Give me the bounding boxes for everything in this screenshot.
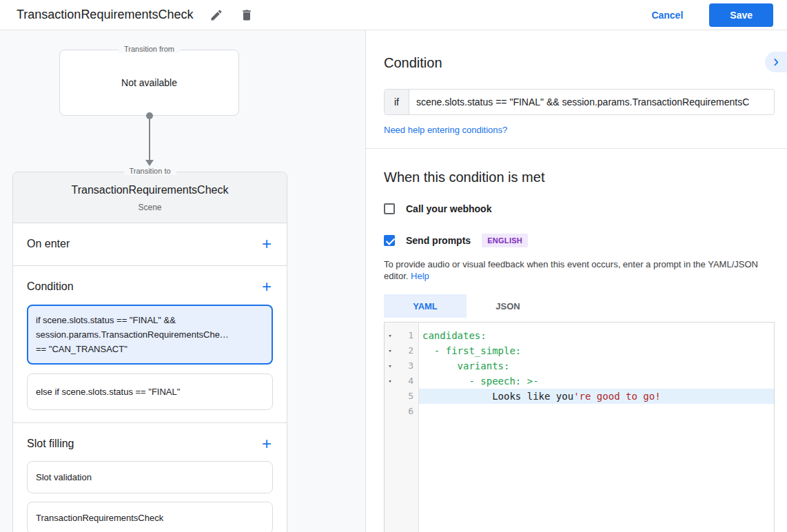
webhook-row: Call your webhook — [384, 203, 775, 214]
add-on-enter-button[interactable]: + — [260, 237, 273, 251]
editor-code-area[interactable]: candidates: - first_simple: variants: - … — [419, 323, 774, 532]
transition-from-value: Not available — [121, 77, 177, 88]
line-number: 1 — [396, 328, 418, 343]
scene-graph-panel: Transition from Not available Transition… — [0, 30, 366, 532]
fold-arrow-icon[interactable]: ▾ — [385, 374, 396, 389]
condition-card-list: if scene.slots.status == "FINAL" &&sessi… — [27, 305, 273, 410]
tab-yaml[interactable]: YAML — [384, 294, 467, 318]
code-line[interactable]: candidates: — [419, 328, 774, 343]
add-condition-button[interactable]: + — [260, 280, 273, 294]
line-number: 3 — [396, 358, 418, 374]
scene-card-subtitle: Scene — [20, 203, 280, 212]
condition-detail-panel: Condition › if scene.slots.status == "FI… — [366, 30, 787, 532]
transition-to-card: Transition to TransactionRequirementsChe… — [12, 172, 287, 532]
section-divider — [366, 148, 786, 149]
code-line[interactable]: - speech: >- — [419, 374, 774, 389]
condition-card[interactable]: if scene.slots.status == "FINAL" &&sessi… — [27, 305, 273, 365]
fold-arrow-icon[interactable]: ▾ — [385, 358, 396, 374]
prompt-note-text: To provide audio or visual feedback when… — [384, 259, 758, 281]
transition-from-box: Transition from Not available — [59, 50, 239, 116]
send-prompts-checkbox[interactable] — [384, 235, 395, 246]
main-split: Transition from Not available Transition… — [0, 30, 787, 532]
code-line[interactable]: Looks like you're good to go! — [419, 389, 774, 404]
condition-heading: Condition — [384, 55, 775, 71]
webhook-label: Call your webhook — [406, 203, 491, 214]
page-title: TransactionRequirementsCheck — [17, 8, 193, 22]
add-slot-button[interactable]: + — [260, 437, 273, 451]
language-badge: ENGLISH — [482, 234, 528, 247]
scene-card-header: TransactionRequirementsCheck Scene — [13, 172, 287, 223]
editor-tabs: YAMLJSON — [384, 294, 775, 318]
prompt-note: To provide audio or visual feedback when… — [384, 258, 775, 282]
top-bar: TransactionRequirementsCheck Cancel Save — [0, 0, 787, 30]
scene-editor-screen: TransactionRequirementsCheck Cancel Save… — [0, 0, 787, 532]
trash-icon[interactable] — [240, 8, 254, 22]
yaml-editor: ▾1▾2▾3▾456 candidates: - first_simple: v… — [384, 322, 775, 532]
chevron-right-icon: › — [773, 53, 779, 70]
line-number: 2 — [396, 343, 418, 358]
when-met-heading: When this condition is met — [384, 170, 775, 185]
pencil-icon[interactable] — [209, 8, 223, 22]
fold-arrow-icon[interactable]: ▾ — [385, 343, 396, 358]
condition-label: Condition — [27, 280, 74, 293]
condition-expression-row: if scene.slots.status == "FINAL" && sess… — [384, 89, 775, 115]
line-number: 6 — [396, 404, 418, 419]
slot-card[interactable]: TransactionRequirementsCheck — [27, 502, 273, 532]
slot-card-list: Slot validationTransactionRequirementsCh… — [27, 461, 273, 532]
transition-from-label: Transition from — [119, 45, 180, 53]
editor-gutter: ▾1▾2▾3▾456 — [385, 323, 419, 532]
transition-to-label: Transition to — [123, 167, 176, 175]
send-prompts-row: Send prompts ENGLISH — [384, 234, 775, 247]
prompt-help-link[interactable]: Help — [411, 271, 429, 281]
connector-arrow-down-icon — [145, 160, 154, 166]
condition-expression-input[interactable]: scene.slots.status == "FINAL" && session… — [409, 90, 774, 114]
connector-line — [149, 118, 150, 160]
line-number: 5 — [396, 389, 418, 404]
code-line[interactable]: variants: — [419, 358, 774, 374]
condition-card[interactable]: else if scene.slots.status == "FINAL" — [27, 374, 273, 410]
webhook-checkbox[interactable] — [384, 203, 395, 214]
cancel-button[interactable]: Cancel — [651, 10, 683, 21]
save-button[interactable]: Save — [709, 3, 773, 27]
line-number: 4 — [396, 374, 418, 389]
code-line[interactable]: - first_simple: — [419, 343, 774, 358]
tab-json[interactable]: JSON — [467, 294, 549, 318]
scene-card-title: TransactionRequirementsCheck — [20, 184, 280, 196]
send-prompts-label: Send prompts — [406, 235, 471, 246]
slot-filling-section: Slot filling + Slot validationTransactio… — [13, 423, 287, 532]
code-line[interactable] — [419, 404, 774, 419]
collapse-panel-button[interactable]: › — [765, 52, 787, 72]
on-enter-label: On enter — [27, 238, 70, 250]
if-label: if — [385, 90, 409, 114]
slot-card[interactable]: Slot validation — [27, 461, 273, 493]
on-enter-section: On enter + — [13, 223, 287, 266]
condition-section: Condition + if scene.slots.status == "FI… — [13, 266, 287, 423]
slot-filling-label: Slot filling — [27, 438, 74, 450]
fold-arrow-icon[interactable]: ▾ — [385, 328, 396, 343]
conditions-help-link[interactable]: Need help entering conditions? — [384, 125, 507, 135]
